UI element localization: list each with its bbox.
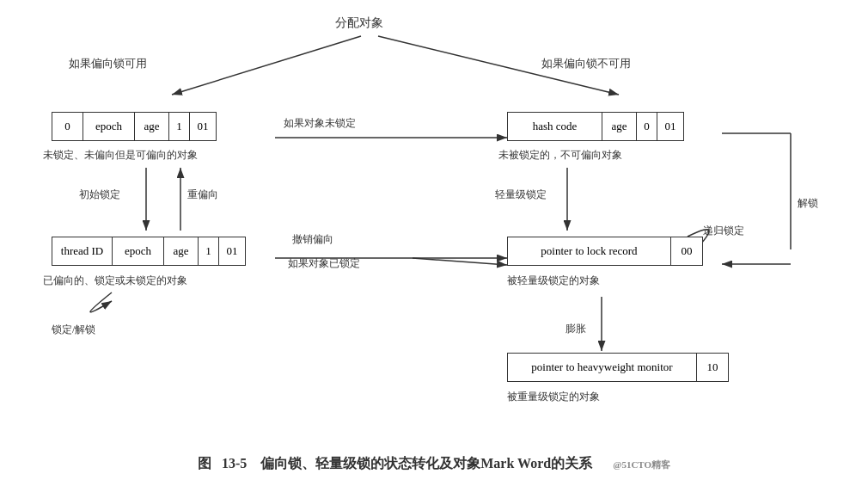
- box1-cell-01: 01: [190, 113, 216, 140]
- box2-cell-age: age: [164, 237, 199, 265]
- box1-cell-epoch: epoch: [83, 113, 135, 140]
- box3-desc: 未被锁定的，不可偏向对象: [498, 148, 622, 163]
- allocate-label: 分配对象: [335, 15, 383, 31]
- box1-desc: 未锁定、未偏向但是可偏向的对象: [43, 148, 198, 163]
- box2-desc: 已偏向的、锁定或未锁定的对象: [43, 274, 187, 288]
- diagram: 分配对象 如果偏向锁可用 如果偏向锁不可用 0 epoch age 1 01 未…: [0, 0, 868, 439]
- biased-available-label: 如果偏向锁可用: [69, 56, 147, 71]
- caption: 图 13-5 偏向锁、轻量级锁的状态转化及对象Mark Word的关系 @51C…: [0, 455, 868, 473]
- box5: pointer to heavyweight monitor 10: [507, 353, 729, 382]
- svg-line-2: [172, 36, 361, 95]
- box1-cell-age: age: [135, 113, 169, 140]
- caption-number: 13-5: [222, 456, 247, 471]
- box4-cell-pointer: pointer to lock record: [508, 237, 671, 265]
- box1: 0 epoch age 1 01: [52, 112, 217, 141]
- box5-desc: 被重量级锁定的对象: [507, 390, 600, 404]
- box3-cell-0: 0: [637, 113, 657, 140]
- unlock-label: 解锁: [798, 196, 818, 211]
- box4-cell-00: 00: [671, 237, 702, 265]
- svg-line-8: [413, 258, 507, 265]
- box3: hash code age 0 01: [507, 112, 684, 141]
- re-bias-label: 重偏向: [187, 188, 218, 202]
- obj-unlocked-label: 如果对象未锁定: [284, 116, 356, 131]
- lock-unlock-label: 锁定/解锁: [52, 323, 95, 337]
- box4: pointer to lock record 00: [507, 237, 703, 266]
- caption-prefix: 图: [198, 456, 211, 471]
- caption-text: 偏向锁、轻量级锁的状态转化及对象Mark Word的关系: [260, 456, 592, 471]
- box2: thread ID epoch age 1 01: [52, 237, 246, 266]
- box2-cell-01: 01: [219, 237, 245, 265]
- obj-locked-label: 如果对象已锁定: [288, 256, 360, 271]
- light-lock-label: 轻量级锁定: [495, 188, 547, 202]
- box2-cell-epoch: epoch: [113, 237, 164, 265]
- expand-label: 膨胀: [565, 322, 586, 336]
- box2-cell-threadid: thread ID: [52, 237, 113, 265]
- recursive-lock-label: 递归锁定: [703, 224, 744, 238]
- box1-cell-1: 1: [169, 113, 190, 140]
- cancel-bias-label: 撤销偏向: [292, 232, 333, 247]
- box5-cell-pointer: pointer to heavyweight monitor: [508, 354, 697, 381]
- box5-cell-10: 10: [697, 354, 728, 381]
- box4-desc: 被轻量级锁定的对象: [507, 274, 600, 288]
- box1-cell-0: 0: [52, 113, 83, 140]
- biased-unavailable-label: 如果偏向锁不可用: [541, 56, 631, 71]
- initial-lock-label: 初始锁定: [79, 188, 120, 202]
- box3-cell-01: 01: [657, 113, 683, 140]
- caption-watermark: @51CTO精客: [613, 459, 670, 470]
- box3-cell-hashcode: hash code: [508, 113, 602, 140]
- box2-cell-1: 1: [199, 237, 219, 265]
- box3-cell-age: age: [602, 113, 637, 140]
